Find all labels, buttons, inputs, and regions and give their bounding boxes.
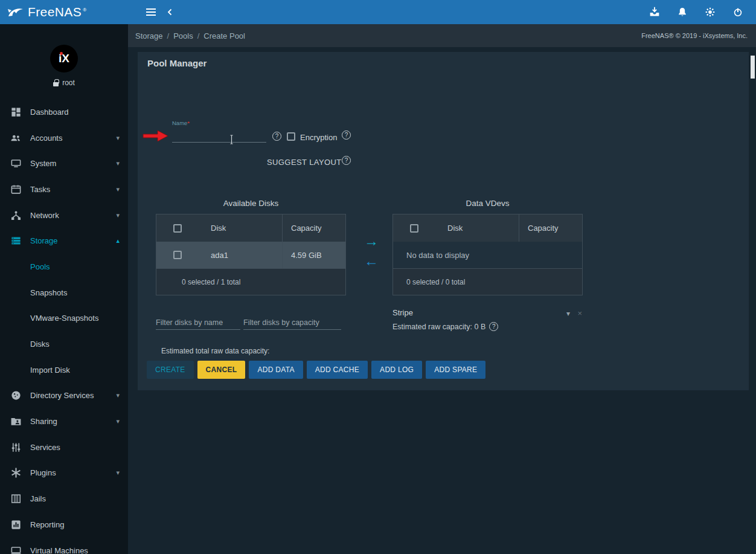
- sidebar-item-disks[interactable]: Disks: [0, 331, 128, 357]
- sidebar-item-accounts[interactable]: Accounts ▾: [0, 125, 128, 151]
- breadcrumb-bar: Storage / Pools / Create Pool FreeNAS® ©…: [128, 24, 756, 47]
- column-header-disk: Disk: [435, 224, 519, 233]
- sidebar-item-snapshots[interactable]: Snapshots: [0, 280, 128, 306]
- text-cursor-icon: [229, 135, 234, 144]
- sidebar-item-dashboard[interactable]: Dashboard: [0, 99, 128, 125]
- power-button[interactable]: [728, 2, 748, 22]
- sidebar-collapse-button[interactable]: [161, 2, 180, 22]
- table-row-ada1[interactable]: ada1 4.59 GiB: [156, 242, 345, 269]
- chevron-down-icon: ▾: [116, 391, 120, 399]
- add-data-button[interactable]: ADD DATA: [249, 361, 303, 379]
- computer-icon: [10, 544, 22, 554]
- clear-icon[interactable]: ×: [577, 309, 582, 318]
- data-vdevs-title: Data VDevs: [392, 199, 583, 208]
- column-header-disk: Disk: [199, 224, 282, 233]
- sidebar-item-reporting[interactable]: Reporting: [0, 512, 128, 538]
- estimated-total-capacity-label: Estimated total raw data capacity:: [161, 347, 269, 355]
- add-log-button[interactable]: ADD LOG: [371, 361, 422, 379]
- ix-avatar-logo: iX: [50, 45, 78, 72]
- scrollbar-thumb[interactable]: [751, 56, 755, 79]
- page-title: Pool Manager: [147, 58, 207, 68]
- vdev-type-select[interactable]: Stripe ▾ ×: [392, 308, 583, 320]
- gear-icon: [704, 6, 716, 18]
- shared-folder-icon: [10, 416, 22, 428]
- logged-in-user: root: [62, 79, 75, 87]
- sidebar-item-sharing[interactable]: Sharing ▾: [0, 408, 128, 434]
- encryption-checkbox[interactable]: [287, 132, 295, 141]
- sidebar-item-jails[interactable]: Jails: [0, 486, 128, 512]
- sidebar-nav: Dashboard Accounts ▾ System ▾ Tasks ▾ Ne…: [0, 99, 128, 554]
- vdev-type-value: Stripe: [392, 308, 413, 317]
- sidebar-item-services[interactable]: Services: [0, 434, 128, 460]
- people-icon: [10, 132, 22, 144]
- sidebar-item-vmware-snapshots[interactable]: VMware-Snapshots: [0, 306, 128, 332]
- menu-toggle-button[interactable]: [141, 2, 161, 22]
- capacity-cell: 4.59 GiB: [282, 242, 345, 268]
- sidebar-item-storage[interactable]: Storage ▴: [0, 228, 128, 254]
- chevron-down-icon: ▾: [116, 159, 120, 167]
- sidebar-item-pools[interactable]: Pools: [0, 254, 128, 280]
- breadcrumb-separator: /: [197, 31, 200, 40]
- select-all-checkbox[interactable]: [410, 224, 418, 233]
- sidebar-item-import-disk[interactable]: Import Disk: [0, 357, 128, 383]
- main-content: Pool Manager Name* ? Encryption ? SUGGES…: [128, 47, 756, 554]
- sidebar-item-tasks[interactable]: Tasks ▾: [0, 176, 128, 202]
- sidebar-item-virtual-machines[interactable]: Virtual Machines: [0, 538, 128, 554]
- vdevs-selection-summary: 0 selected / 0 total: [393, 269, 582, 295]
- table-header-row: Disk Capacity: [156, 214, 345, 242]
- move-left-arrow-button[interactable]: ←: [362, 254, 380, 268]
- sidebar-item-directory-services[interactable]: Directory Services ▾: [0, 383, 128, 409]
- chevron-down-icon: ▾: [116, 134, 120, 142]
- breadcrumb-create-pool: Create Pool: [203, 31, 245, 40]
- select-all-checkbox[interactable]: [173, 224, 182, 233]
- empty-table-message: No data to display: [393, 242, 582, 269]
- breadcrumb-pools[interactable]: Pools: [173, 31, 193, 40]
- brand-name: FreeNAS: [28, 5, 82, 19]
- sidebar-item-network[interactable]: Network ▾: [0, 202, 128, 228]
- move-right-arrow-button[interactable]: →: [362, 234, 380, 248]
- table-header-row: Disk Capacity: [393, 214, 582, 242]
- sidebar-item-system[interactable]: System ▾: [0, 150, 128, 176]
- directory-services-icon: [10, 390, 22, 402]
- chevron-down-icon: ▾: [116, 185, 120, 193]
- row-checkbox[interactable]: [173, 251, 182, 259]
- column-header-capacity: Capacity: [519, 214, 582, 242]
- device-hub-icon: [10, 209, 22, 221]
- pool-name-label: Name*: [172, 120, 190, 126]
- calendar-icon: [10, 183, 22, 195]
- pointer-arrow-annotation: [143, 129, 169, 143]
- encryption-help-icon[interactable]: ?: [342, 130, 351, 140]
- add-spare-button[interactable]: ADD SPARE: [426, 361, 485, 379]
- copyright-text: FreeNAS® © 2019 - iXsystems, Inc.: [641, 32, 748, 39]
- add-cache-button[interactable]: ADD CACHE: [307, 361, 368, 379]
- filter-disks-by-name-input[interactable]: [156, 315, 240, 330]
- storage-icon: [10, 235, 22, 247]
- create-button[interactable]: CREATE: [147, 361, 194, 379]
- notifications-button[interactable]: [673, 2, 692, 22]
- chevron-down-icon: ▾: [116, 469, 120, 477]
- available-selection-summary: 0 selected / 1 total: [156, 269, 345, 295]
- cancel-button[interactable]: CANCEL: [197, 361, 246, 379]
- sidebar-item-plugins[interactable]: Plugins ▾: [0, 460, 128, 486]
- action-buttons: CREATE CANCEL ADD DATA ADD CACHE ADD LOG…: [147, 361, 485, 379]
- available-disks-title: Available Disks: [156, 199, 346, 208]
- breadcrumb-storage[interactable]: Storage: [135, 31, 163, 40]
- filter-disks-by-capacity-input[interactable]: [243, 315, 341, 330]
- disk-name-cell: ada1: [199, 251, 282, 260]
- pool-name-input[interactable]: [172, 127, 266, 143]
- topbar-actions: [645, 2, 756, 22]
- name-help-icon[interactable]: ?: [272, 132, 281, 141]
- settings-button[interactable]: [700, 2, 720, 22]
- power-icon: [732, 6, 744, 18]
- dashboard-icon: [10, 106, 22, 118]
- monitor-icon: [10, 158, 22, 170]
- plugins-icon: [10, 467, 22, 479]
- chevron-down-icon: ▾: [116, 211, 120, 219]
- chevron-up-icon: ▴: [116, 237, 120, 245]
- suggest-layout-help-icon[interactable]: ?: [342, 156, 351, 165]
- estimated-capacity-help-icon[interactable]: ?: [489, 322, 498, 331]
- tray-download-icon: [648, 5, 661, 19]
- data-vdevs-table: Disk Capacity No data to display 0 selec…: [392, 214, 583, 295]
- suggest-layout-button[interactable]: SUGGEST LAYOUT: [267, 158, 342, 167]
- console-messages-button[interactable]: [645, 2, 664, 22]
